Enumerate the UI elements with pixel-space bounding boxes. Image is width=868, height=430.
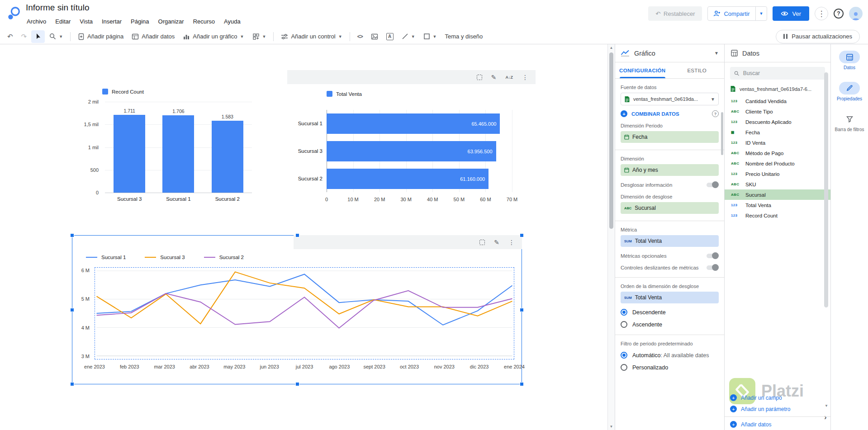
drill-down-toggle[interactable]	[707, 183, 719, 187]
add-data-link[interactable]: + Añadir datos	[725, 419, 830, 430]
marquee-select-icon[interactable]	[479, 240, 485, 245]
date-filter-auto-option[interactable]: Automático: All available dates	[621, 352, 719, 359]
field-item[interactable]: ABC Cliente Tipo	[725, 106, 830, 117]
field-item[interactable]: ABC Método de Pago	[725, 148, 830, 158]
add-control-button[interactable]: Añadir un control ▼	[277, 30, 346, 43]
line-series-sucursal-1[interactable]	[97, 274, 512, 325]
theme-layout-button[interactable]: Tema y diseño	[441, 30, 487, 43]
avatar[interactable]	[849, 7, 863, 20]
field-item[interactable]: 123 Total Venta	[725, 200, 830, 210]
marquee-select-icon[interactable]	[477, 75, 482, 80]
bar[interactable]	[212, 121, 243, 193]
insert-line-button[interactable]: ▼	[398, 30, 419, 43]
menu-item[interactable]: Vista	[75, 16, 97, 27]
chevron-down-icon[interactable]: ▼	[714, 51, 719, 56]
field-item[interactable]: 123 Descuento Aplicado	[725, 117, 830, 127]
select-tool-button[interactable]	[31, 30, 45, 43]
search-input[interactable]	[743, 70, 821, 76]
field-item[interactable]: ABC Nombre del Producto	[725, 158, 830, 169]
resize-handle-w[interactable]	[70, 308, 74, 312]
sort-ascending-option[interactable]: Ascendente	[621, 321, 719, 328]
share-button[interactable]: Compartir ▼	[707, 6, 767, 21]
bar-chart-total-venta[interactable]: ✎ A↓Z ⋮ Total Venta Sucursal 1Sucursal 3…	[287, 70, 536, 208]
sort-az-icon[interactable]: A↓Z	[506, 75, 513, 80]
menu-item[interactable]: Editar	[51, 16, 75, 27]
field-search[interactable]	[730, 67, 825, 80]
community-visualizations-button[interactable]: ▼	[249, 30, 270, 43]
field-item[interactable]: ABC Sucursal	[725, 189, 830, 200]
pause-updates-button[interactable]: Pausar actualizaciones	[776, 30, 860, 43]
view-button[interactable]: Ver	[773, 6, 809, 21]
dimension-chip[interactable]: Año y mes	[621, 164, 719, 176]
resize-handle-ne[interactable]	[520, 233, 524, 237]
add-field-link[interactable]: + Añadir un campo	[725, 392, 830, 403]
scrollbar-thumb[interactable]	[824, 72, 828, 307]
radio-icon[interactable]	[621, 321, 627, 328]
redo-button[interactable]: ↷	[18, 30, 31, 43]
canvas-scrollbar[interactable]: ▲ ▼	[607, 44, 615, 430]
share-dropdown[interactable]: ▼	[755, 7, 767, 20]
resize-handle-s[interactable]	[295, 382, 299, 386]
scroll-up-arrow[interactable]: ▲	[608, 46, 615, 50]
resize-handle-n[interactable]	[295, 233, 299, 237]
data-panel-scrollbar[interactable]: ▼	[823, 72, 830, 416]
report-canvas[interactable]: Record Count 2 mil1,5 mil1 mil5000 1.711…	[0, 44, 607, 430]
metric-sliders-toggle[interactable]	[707, 265, 719, 270]
help-icon[interactable]: ?	[712, 110, 719, 117]
scroll-down-arrow[interactable]: ▼	[608, 425, 615, 429]
edit-pencil-icon[interactable]: ✎	[491, 74, 497, 80]
data-source-row[interactable]: ventas_freshmart_0e619da7-6...	[725, 83, 830, 96]
optional-metrics-toggle[interactable]	[707, 254, 719, 258]
bar[interactable]	[114, 115, 145, 193]
rail-item-propiedades[interactable]: Propiedades	[831, 82, 868, 102]
date-filter-custom-option[interactable]: Personalizado	[621, 364, 719, 371]
field-item[interactable]: 123 ID Venta	[725, 137, 830, 148]
rail-item-datos[interactable]: Datos	[831, 51, 868, 71]
add-page-button[interactable]: Añadir página	[74, 30, 127, 43]
data-source-chip[interactable]: ventas_freshmart_0e619da... ▼	[621, 93, 719, 105]
add-chart-button[interactable]: Añadir un gráfico ▼	[179, 30, 247, 43]
add-data-button[interactable]: Añadir datos	[128, 30, 178, 43]
breakdown-dimension-chip[interactable]: ABC Sucursal	[621, 202, 719, 214]
zoom-tool-button[interactable]: ▼	[46, 30, 66, 43]
more-vert-icon[interactable]: ⋮	[522, 74, 528, 80]
field-item[interactable]: 123 Precio Unitario	[725, 169, 830, 179]
bar[interactable]	[162, 115, 194, 193]
tab-configuracion[interactable]: CONFIGURACIÓN	[615, 62, 670, 78]
bar[interactable]: 63.956.500	[327, 141, 496, 161]
report-title[interactable]: Informe sin título	[26, 3, 89, 13]
bar[interactable]: 65.465.000	[327, 113, 500, 134]
line-chart-total-venta-selected[interactable]: ✎ ⋮ Sucursal 1 Sucursal 3	[72, 235, 522, 384]
radio-selected-icon[interactable]	[621, 352, 627, 359]
tab-estilo[interactable]: ESTILO	[670, 62, 725, 78]
field-item[interactable]: ▦ Fecha	[725, 127, 830, 137]
menu-item[interactable]: Recurso	[189, 16, 219, 27]
chevron-down-icon[interactable]: ▼	[711, 97, 715, 102]
insert-shape-button[interactable]: ▼	[420, 30, 441, 43]
menu-item[interactable]: Archivo	[22, 16, 51, 27]
panel-scrollbar-thumb[interactable]	[721, 112, 723, 155]
embed-url-button[interactable]: <>	[354, 30, 366, 43]
scrollbar-thumb[interactable]	[609, 52, 613, 229]
resize-handle-se[interactable]	[520, 382, 524, 386]
sort-descending-option[interactable]: Descendente	[621, 309, 719, 316]
menu-item[interactable]: Ayuda	[219, 16, 245, 27]
sort-metric-chip[interactable]: SUM Total Venta	[621, 292, 719, 303]
date-dimension-chip[interactable]: Fecha	[621, 131, 719, 143]
resize-handle-nw[interactable]	[70, 233, 74, 237]
help-button[interactable]: ?	[834, 9, 844, 19]
field-item[interactable]: ABC SKU	[725, 179, 830, 189]
rail-item-barra-de-filtros[interactable]: Barra de filtros	[831, 113, 868, 133]
insert-image-button[interactable]	[367, 30, 382, 43]
panel-header[interactable]: Gráfico ▼	[615, 44, 724, 62]
add-parameter-link[interactable]: + Añadir un parámetro	[725, 403, 830, 415]
more-vert-icon[interactable]: ⋮	[508, 239, 515, 246]
menu-item[interactable]: Página	[126, 16, 153, 27]
bar[interactable]: 61.160.000	[327, 169, 489, 189]
reset-button[interactable]: ↶ Restablecer	[648, 6, 702, 21]
edit-pencil-icon[interactable]: ✎	[494, 239, 499, 246]
bar-chart-record-count[interactable]: Record Count 2 mil1,5 mil1 mil5000 1.711…	[83, 86, 255, 210]
blend-data-link[interactable]: + COMBINAR DATOS ?	[621, 110, 719, 117]
undo-button[interactable]: ↶	[4, 30, 17, 43]
field-item[interactable]: 123 Record Count	[725, 210, 830, 221]
